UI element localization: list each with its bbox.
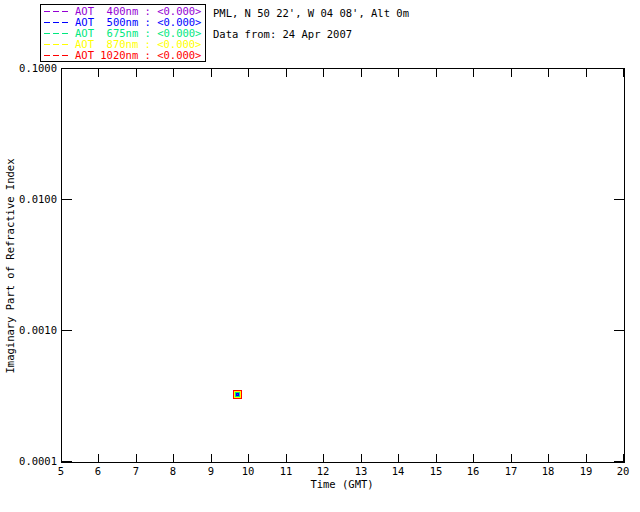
x-tick (361, 454, 362, 462)
x-tick (136, 69, 137, 77)
legend-dash-sample (44, 33, 71, 34)
x-tick (586, 69, 587, 77)
y-tick (614, 199, 624, 200)
x-tick (473, 454, 474, 462)
y-tick (62, 199, 72, 200)
x-tick-label: 5 (46, 466, 76, 477)
y-tick (614, 461, 624, 462)
y-tick-label: 0.0010 (15, 325, 57, 336)
x-tick (511, 454, 512, 462)
x-tick (436, 69, 437, 77)
data-point-marker (237, 394, 238, 395)
legend-dash-sample (44, 11, 71, 12)
legend-dash-sample (44, 44, 71, 45)
x-tick (173, 454, 174, 462)
x-tick (361, 69, 362, 77)
x-tick (211, 69, 212, 77)
x-tick-label: 13 (346, 466, 376, 477)
y-tick (614, 330, 624, 331)
plot-window: AOT 400nm : <0.000>AOT 500nm : <0.000>AO… (0, 0, 640, 512)
x-tick (473, 69, 474, 77)
x-tick (136, 454, 137, 462)
legend-item: AOT 1020nm : <0.000> (41, 50, 205, 61)
x-tick (323, 69, 324, 77)
x-tick-label: 17 (496, 466, 526, 477)
x-tick (248, 69, 249, 77)
x-tick (548, 454, 549, 462)
y-tick (62, 330, 72, 331)
x-tick (61, 69, 62, 77)
plot-header: PML, N 50 22', W 04 08', Alt 0m Data fro… (213, 8, 409, 50)
x-tick-label: 9 (196, 466, 226, 477)
x-tick-label: 19 (571, 466, 601, 477)
x-tick (323, 454, 324, 462)
x-tick-label: 18 (533, 466, 563, 477)
x-tick-label: 6 (83, 466, 113, 477)
x-tick-label: 15 (421, 466, 451, 477)
x-axis-label: Time (GMT) (242, 479, 442, 490)
legend-dash-sample (44, 55, 71, 56)
x-tick-label: 11 (271, 466, 301, 477)
legend: AOT 400nm : <0.000>AOT 500nm : <0.000>AO… (40, 4, 206, 62)
x-tick (398, 454, 399, 462)
plot-frame (61, 68, 625, 463)
x-tick (248, 454, 249, 462)
x-tick (98, 454, 99, 462)
x-tick (623, 69, 624, 77)
x-tick (286, 454, 287, 462)
x-tick-label: 10 (233, 466, 263, 477)
x-tick (398, 69, 399, 77)
y-tick-label: 0.0100 (15, 194, 57, 205)
x-tick-label: 20 (608, 466, 638, 477)
y-tick (62, 461, 72, 462)
x-tick (548, 69, 549, 77)
station-info: PML, N 50 22', W 04 08', Alt 0m (213, 8, 409, 19)
y-tick-label: 0.1000 (15, 63, 57, 74)
y-tick-label: 0.0001 (15, 456, 57, 467)
x-tick (98, 69, 99, 77)
x-tick-label: 12 (308, 466, 338, 477)
x-tick (173, 69, 174, 77)
x-tick (286, 69, 287, 77)
x-tick (586, 454, 587, 462)
x-tick-label: 8 (158, 466, 188, 477)
legend-item-label: AOT 1020nm : <0.000> (75, 50, 201, 61)
x-tick-label: 16 (458, 466, 488, 477)
y-tick (614, 68, 624, 69)
x-tick (211, 454, 212, 462)
x-tick (511, 69, 512, 77)
x-tick-label: 7 (121, 466, 151, 477)
x-tick (436, 454, 437, 462)
y-axis-label: Imaginary Part of Refractive Index (5, 159, 16, 374)
x-tick-label: 14 (383, 466, 413, 477)
y-tick (62, 68, 72, 69)
data-date: Data from: 24 Apr 2007 (213, 29, 409, 40)
legend-dash-sample (44, 22, 71, 23)
